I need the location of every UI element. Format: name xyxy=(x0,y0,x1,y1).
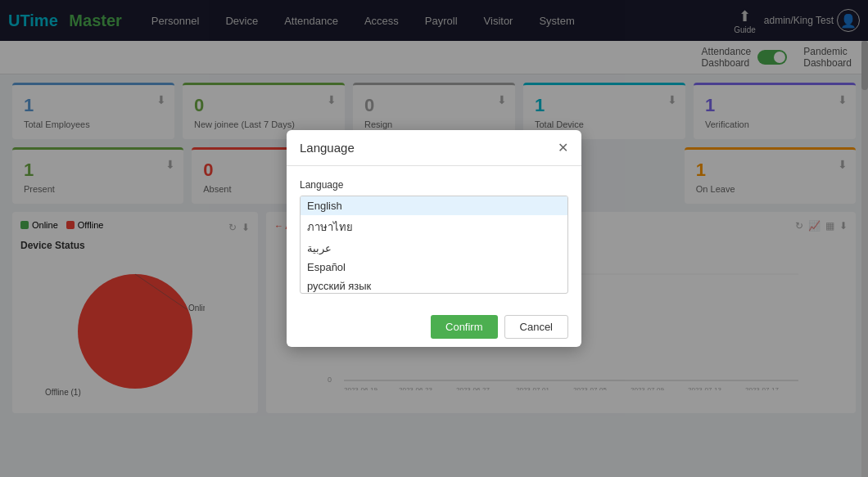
lang-option-russian[interactable]: русский язык xyxy=(301,277,567,294)
modal-footer: Confirm Cancel xyxy=(287,307,581,347)
modal-close-button[interactable]: ✕ xyxy=(558,140,568,155)
modal-overlay[interactable]: Language ✕ Language English ภาษาไทย عربي… xyxy=(0,0,868,477)
lang-option-english[interactable]: English xyxy=(301,196,567,215)
modal-body: Language English ภาษาไทย عربية Español р… xyxy=(287,166,581,307)
modal-header: Language ✕ xyxy=(287,130,581,166)
confirm-button[interactable]: Confirm xyxy=(431,315,498,339)
cancel-button[interactable]: Cancel xyxy=(504,315,568,339)
lang-option-spanish[interactable]: Español xyxy=(301,258,567,277)
modal-title: Language xyxy=(300,141,355,155)
language-select[interactable]: English ภาษาไทย عربية Español русский яз… xyxy=(300,196,568,294)
lang-option-thai[interactable]: ภาษาไทย xyxy=(301,215,567,239)
lang-option-arabic[interactable]: عربية xyxy=(301,239,567,258)
language-field-label: Language xyxy=(300,179,568,191)
language-modal: Language ✕ Language English ภาษาไทย عربي… xyxy=(287,130,581,347)
